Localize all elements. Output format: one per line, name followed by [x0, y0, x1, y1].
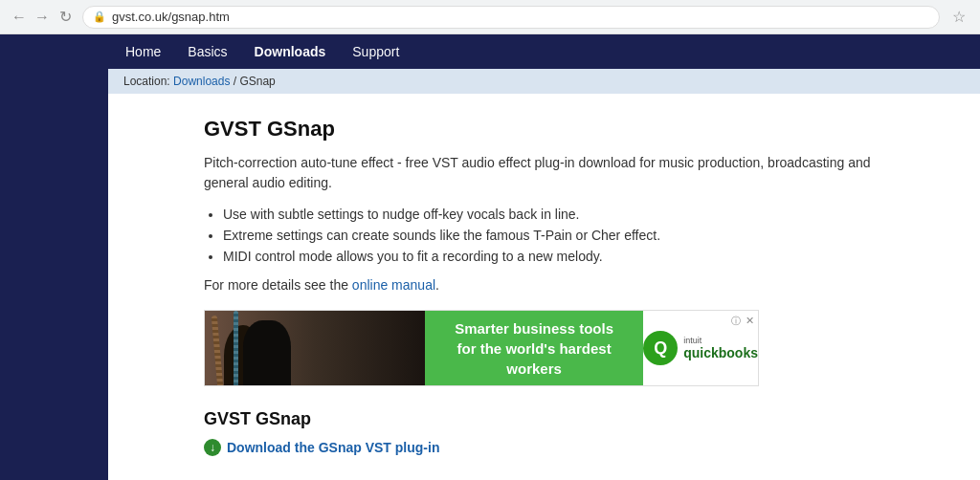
nav-home[interactable]: Home — [123, 40, 163, 63]
quickbooks-label: quickbooks — [683, 345, 758, 360]
ad-close-button[interactable]: ✕ — [746, 315, 754, 327]
manual-prefix: For more details see the — [204, 277, 352, 293]
breadcrumb-bar: Location: Downloads / GSnap — [108, 69, 980, 94]
page-wrapper: Home Basics Downloads Support Location: … — [0, 34, 980, 480]
nav-downloads[interactable]: Downloads — [253, 40, 328, 63]
manual-suffix: . — [435, 277, 439, 293]
nav-basics[interactable]: Basics — [186, 40, 229, 63]
sidebar — [0, 34, 108, 480]
ad-photo — [205, 311, 425, 386]
bullet-3: MIDI control mode allows you to fit a re… — [223, 249, 893, 264]
address-bar[interactable]: 🔒 gvst.co.uk/gsnap.htm — [82, 6, 940, 29]
intuit-label: intuit — [683, 336, 758, 345]
quickbooks-logo: Q intuit quickbooks — [643, 331, 758, 365]
main-content: Home Basics Downloads Support Location: … — [108, 34, 980, 480]
bookmark-button[interactable]: ☆ — [947, 6, 970, 29]
browser-chrome: ← → ↻ 🔒 gvst.co.uk/gsnap.htm ☆ — [0, 0, 980, 34]
quickbooks-text: intuit quickbooks — [683, 336, 758, 360]
breadcrumb-separator: / — [230, 75, 239, 88]
breadcrumb-prefix: Location: — [123, 75, 173, 88]
bullet-2: Extreme settings can create sounds like … — [223, 228, 893, 243]
manual-paragraph: For more details see the online manual. — [204, 277, 893, 293]
ad-info-icon[interactable]: ⓘ — [731, 315, 741, 328]
content-body: GVST GSnap Pitch-correction auto-tune ef… — [108, 94, 969, 479]
download-icon: ↓ — [204, 439, 221, 456]
bullet-1: Use with subtle settings to nudge off-ke… — [223, 207, 893, 222]
ad-green-text: Smarter business tools for the world's h… — [434, 318, 634, 379]
download-section: GVST GSnap ↓ Download the GSnap VST plug… — [204, 409, 893, 456]
feature-list: Use with subtle settings to nudge off-ke… — [223, 207, 893, 264]
url-text: gvst.co.uk/gsnap.htm — [112, 10, 230, 24]
download-gsnap-link[interactable]: ↓ Download the GSnap VST plug-in — [204, 439, 893, 456]
page-title: GVST GSnap — [204, 117, 893, 142]
quickbooks-icon: Q — [643, 331, 678, 365]
back-button[interactable]: ← — [10, 8, 29, 27]
lock-icon: 🔒 — [93, 11, 106, 23]
ad-quickbooks-section: ⓘ ✕ Q intuit quickbooks — [643, 311, 758, 385]
breadcrumb-current: GSnap — [239, 75, 275, 88]
forward-button[interactable]: → — [33, 8, 52, 27]
reload-button[interactable]: ↻ — [56, 8, 75, 27]
nav-support[interactable]: Support — [350, 40, 401, 63]
download-section-title: GVST GSnap — [204, 409, 893, 429]
download-link-text: Download the GSnap VST plug-in — [227, 440, 439, 455]
online-manual-link[interactable]: online manual — [352, 277, 435, 293]
nav-buttons: ← → ↻ — [10, 8, 75, 27]
top-nav: Home Basics Downloads Support — [108, 34, 980, 69]
ad-banner: Smarter business tools for the world's h… — [204, 310, 759, 386]
page-description: Pitch-correction auto-tune effect - free… — [204, 153, 893, 193]
breadcrumb-downloads-link[interactable]: Downloads — [173, 75, 230, 88]
ad-green-section: Smarter business tools for the world's h… — [425, 311, 643, 385]
